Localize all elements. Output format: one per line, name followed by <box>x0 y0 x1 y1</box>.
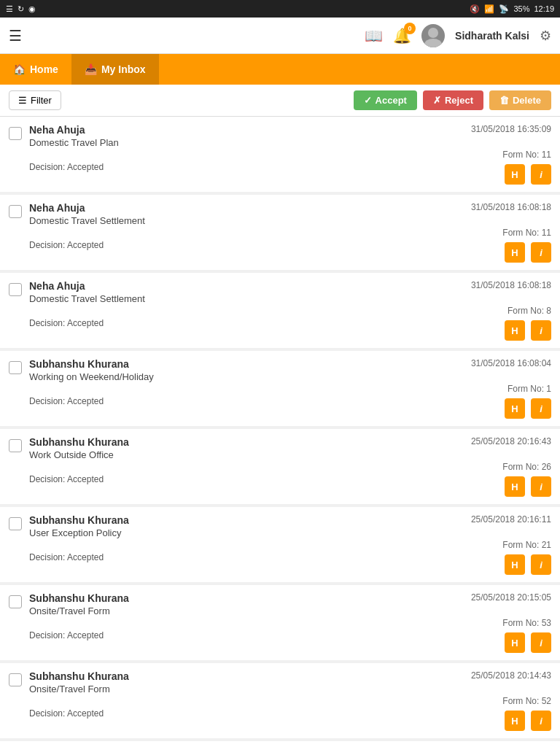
item-header: Subhanshu Khurana 25/05/2018 20:16:11 <box>29 514 551 526</box>
item-content: Subhanshu Khurana 31/05/2018 16:08:04 Wo… <box>29 358 551 419</box>
item-content: Subhanshu Khurana 25/05/2018 20:14:43 On… <box>29 670 551 731</box>
status-bar-right: 🔇 📶 📡 35% 12:19 <box>470 4 554 14</box>
item-checkbox[interactable] <box>9 127 22 140</box>
reject-icon: ✗ <box>433 95 441 106</box>
history-button[interactable]: H <box>505 320 525 341</box>
info-button[interactable]: i <box>531 242 551 263</box>
info-button[interactable]: i <box>531 632 551 653</box>
tab-my-inbox-label: My Inbox <box>101 63 146 75</box>
info-button[interactable]: i <box>531 398 551 419</box>
info-button[interactable]: i <box>531 476 551 497</box>
item-form-type: Domestic Travel Plan <box>29 137 551 148</box>
list-item: Neha Ahuja 31/05/2018 16:08:18 Domestic … <box>0 273 560 351</box>
list-item: Subhanshu Khurana 25/05/2018 20:14:43 On… <box>0 663 560 741</box>
item-decision: Decision: Accepted <box>29 396 104 406</box>
item-form-type: Work Outside Office <box>29 449 551 460</box>
history-button[interactable]: H <box>505 242 525 263</box>
item-checkbox[interactable] <box>9 439 22 452</box>
info-button[interactable]: i <box>531 554 551 575</box>
top-nav: ☰ 📖 🔔 0 Sidharath Kalsi ⚙ <box>0 18 560 54</box>
item-checkbox[interactable] <box>9 361 22 374</box>
item-actions: H i <box>502 711 551 731</box>
inbox-icon: 📥 <box>85 63 97 75</box>
item-content: Subhanshu Khurana 25/05/2018 20:15:05 On… <box>29 592 551 653</box>
tab-home[interactable]: 🏠 Home <box>0 54 71 85</box>
tab-home-label: Home <box>30 63 58 75</box>
filter-button[interactable]: ☰ Filter <box>9 90 61 110</box>
item-checkbox[interactable] <box>9 205 22 218</box>
toolbar-left: ☰ Filter <box>9 90 61 110</box>
item-decision: Decision: Accepted <box>29 630 104 640</box>
wifi-icon: 📶 <box>484 4 494 14</box>
list-item: Subhanshu Khurana 25/05/2018 20:16:43 Wo… <box>0 429 560 507</box>
time-display: 12:19 <box>534 4 554 13</box>
history-button[interactable]: H <box>505 476 525 497</box>
item-name: Neha Ahuja <box>29 280 85 292</box>
avatar[interactable] <box>421 24 445 47</box>
notification-wrapper[interactable]: 🔔 0 <box>393 27 411 44</box>
item-decision: Decision: Accepted <box>29 474 104 484</box>
item-form-no: Form No: 26 <box>502 462 551 472</box>
delete-label: Delete <box>513 95 541 106</box>
tab-my-inbox[interactable]: 📥 My Inbox <box>71 54 159 85</box>
item-checkbox[interactable] <box>9 595 22 608</box>
hamburger-icon[interactable]: ☰ <box>9 27 22 44</box>
history-button[interactable]: H <box>505 711 525 731</box>
item-actions: H i <box>502 632 551 653</box>
item-form-no: Form No: 8 <box>508 306 551 316</box>
info-button[interactable]: i <box>531 711 551 731</box>
history-button[interactable]: H <box>505 554 525 575</box>
delete-button[interactable]: 🗑 Delete <box>489 90 551 110</box>
item-content: Subhanshu Khurana 25/05/2018 20:16:11 Us… <box>29 514 551 575</box>
item-datetime: 25/05/2018 20:15:05 <box>471 592 551 603</box>
book-icon[interactable]: 📖 <box>365 27 383 44</box>
checkbox-col <box>9 592 22 608</box>
item-checkbox[interactable] <box>9 673 22 686</box>
history-button[interactable]: H <box>505 632 525 653</box>
svg-point-0 <box>428 28 438 38</box>
menu-icon: ☰ <box>6 4 13 14</box>
item-decision: Decision: Accepted <box>29 708 104 719</box>
inbox-list: Neha Ahuja 31/05/2018 16:35:09 Domestic … <box>0 117 560 747</box>
info-button[interactable]: i <box>531 164 551 185</box>
reject-button[interactable]: ✗ Reject <box>423 90 483 110</box>
checkbox-col <box>9 124 22 140</box>
item-checkbox[interactable] <box>9 517 22 530</box>
item-checkbox[interactable] <box>9 283 22 296</box>
item-footer: Decision: Accepted Form No: 52 H i <box>29 696 551 731</box>
item-datetime: 31/05/2018 16:08:18 <box>471 280 551 290</box>
item-header: Neha Ahuja 31/05/2018 16:35:09 <box>29 124 551 136</box>
item-footer: Decision: Accepted Form No: 11 H i <box>29 228 551 263</box>
item-form-type: Onsite/Travel Form <box>29 605 551 616</box>
item-name: Subhanshu Khurana <box>29 592 129 604</box>
settings-icon[interactable]: ⚙ <box>540 28 551 44</box>
item-header: Subhanshu Khurana 25/05/2018 20:16:43 <box>29 436 551 448</box>
item-actions: H i <box>502 476 551 497</box>
item-name: Subhanshu Khurana <box>29 358 129 370</box>
list-item: Neha Ahuja 31/05/2018 16:08:18 Domestic … <box>0 195 560 273</box>
item-datetime: 25/05/2018 20:14:43 <box>471 670 551 681</box>
item-footer: Decision: Accepted Form No: 8 H i <box>29 306 551 341</box>
accept-button[interactable]: ✓ Accept <box>354 90 417 110</box>
item-form-type: Working on Weekend/Holiday <box>29 371 551 382</box>
item-datetime: 25/05/2018 20:16:11 <box>471 514 551 525</box>
item-form-type: User Exception Policy <box>29 527 551 538</box>
item-footer: Decision: Accepted Form No: 11 H i <box>29 150 551 185</box>
svg-point-1 <box>424 39 442 47</box>
item-form-no: Form No: 53 <box>502 618 551 628</box>
filter-icon: ☰ <box>18 95 27 106</box>
history-button[interactable]: H <box>505 164 525 185</box>
item-footer: Decision: Accepted Form No: 26 H i <box>29 462 551 497</box>
item-decision: Decision: Accepted <box>29 162 104 172</box>
list-item: Subhanshu Khurana 25/05/2018 19:05:51 Le… <box>0 741 560 747</box>
item-header: Subhanshu Khurana 25/05/2018 20:15:05 <box>29 592 551 604</box>
top-nav-right: 📖 🔔 0 Sidharath Kalsi ⚙ <box>365 24 551 47</box>
item-form-no: Form No: 1 <box>508 384 551 394</box>
item-name: Neha Ahuja <box>29 124 85 136</box>
history-button[interactable]: H <box>505 398 525 419</box>
item-datetime: 25/05/2018 20:16:43 <box>471 436 551 446</box>
info-button[interactable]: i <box>531 320 551 341</box>
item-footer: Decision: Accepted Form No: 21 H i <box>29 540 551 575</box>
item-content: Subhanshu Khurana 25/05/2018 20:16:43 Wo… <box>29 436 551 497</box>
status-bar-left: ☰ ↻ ◉ <box>6 4 36 14</box>
